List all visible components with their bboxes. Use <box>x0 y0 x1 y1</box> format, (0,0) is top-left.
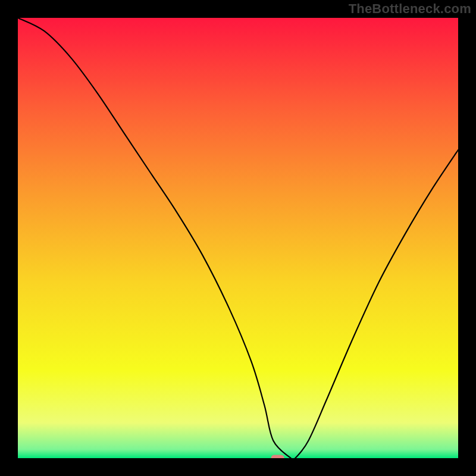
chart-frame: TheBottleneck.com <box>0 0 476 476</box>
plot-background <box>18 18 458 458</box>
watermark-text: TheBottleneck.com <box>349 1 471 17</box>
optimum-marker <box>271 455 284 459</box>
bottleneck-chart <box>18 18 458 458</box>
